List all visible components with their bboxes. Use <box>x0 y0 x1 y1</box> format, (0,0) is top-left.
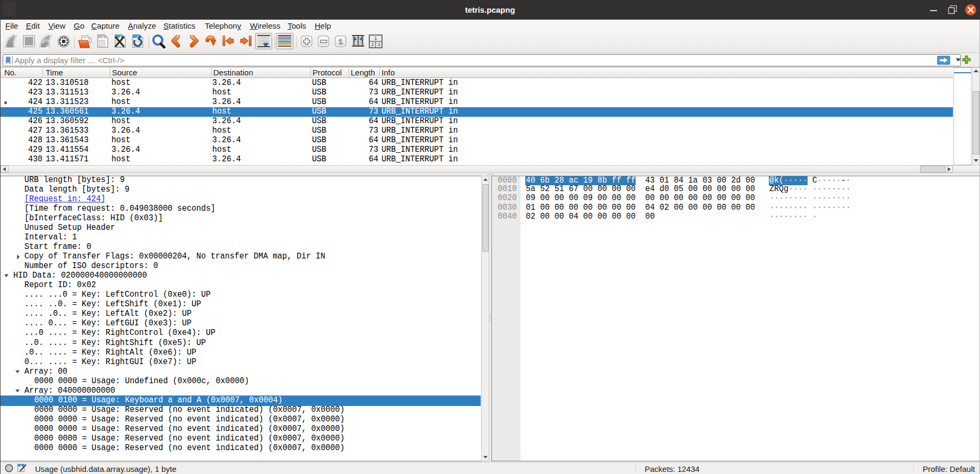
svg-text:0111: 0111 <box>99 45 105 48</box>
svg-text:2: 2 <box>371 42 374 47</box>
svg-text:1: 1 <box>374 36 377 41</box>
svg-text:1: 1 <box>339 38 343 46</box>
svg-text:3: 3 <box>377 42 380 47</box>
